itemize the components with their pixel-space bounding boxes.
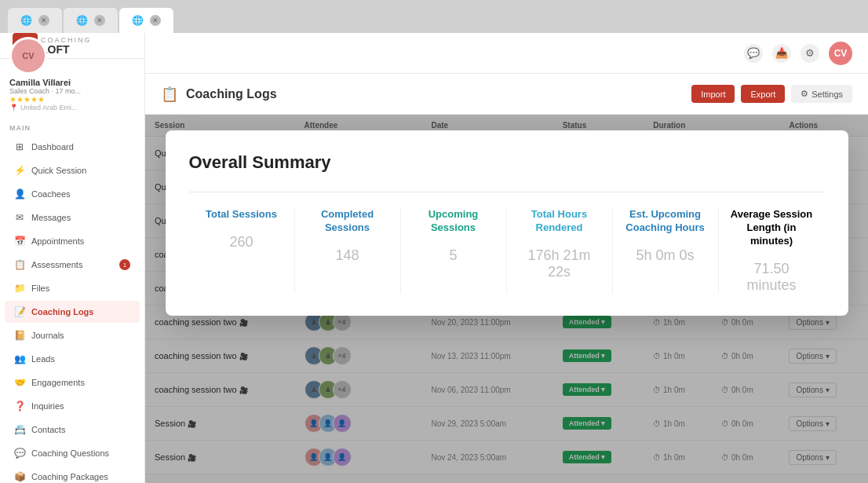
sidebar-item-coaching-logs[interactable]: 📝 Coaching Logs [5,301,140,323]
summary-value: 5 [410,247,497,264]
sidebar-item-assessments[interactable]: 📋 Assessments 1 [5,254,140,276]
messages-icon: ✉ [14,212,25,223]
user-avatar[interactable]: CV [829,42,852,65]
summary-item: Completed Sessions 148 [295,208,401,294]
summary-label: Total Sessions [199,208,285,221]
coaching-logs-icon: 📝 [14,306,25,317]
browser-tabs: 🌐 ✕ 🌐 ✕ 🌐 ✕ [0,0,868,33]
coaching-questions-icon: 💬 [14,448,25,459]
summary-value: 5h 0m 0s [622,247,709,264]
location-icon: 📍 [9,104,18,112]
sidebar-item-dashboard[interactable]: ⊞ Dashboard [5,136,140,158]
settings-button[interactable]: ⚙ Settings [791,85,852,103]
assessments-badge: 1 [119,259,130,270]
profile-stars: ★★★★★ [9,95,135,104]
tab-close-1[interactable]: ✕ [38,15,49,26]
page-title-icon: 📋 [161,86,178,103]
summary-label: Upcoming Sessions [410,208,497,235]
logo-name: LOFT [41,44,92,55]
assessments-icon: 📋 [14,259,25,270]
summary-item: Upcoming Sessions 5 [401,208,507,294]
profile-role: Sales Coach · 17 mo... [9,87,135,95]
summary-value: 260 [199,234,285,251]
page-actions: Import Export ⚙ Settings [691,85,852,103]
sidebar-item-quick-session[interactable]: ⚡ Quick Session [5,159,140,181]
profile-location: 📍 United Arab Emi... [9,104,135,112]
export-button[interactable]: Export [741,85,785,103]
settings-icon[interactable]: ⚙ [801,44,819,63]
sidebar-item-coaching-packages[interactable]: 📦 Coaching Packages [5,466,140,483]
browser-tab-1[interactable]: 🌐 ✕ [8,8,62,33]
tab-close-3[interactable]: ✕ [150,15,161,26]
sidebar-item-engagements[interactable]: 🤝 Engagements [5,371,140,393]
coaching-packages-icon: 📦 [14,471,25,482]
summary-value: 148 [305,247,391,264]
appointments-icon: 📅 [14,236,25,247]
summary-item: Average Session Length (in minutes) 71.5… [719,208,825,294]
tab-favicon-2: 🌐 [76,15,88,26]
coachees-icon: 👤 [14,188,25,199]
page-title: Coaching Logs [186,87,277,101]
import-button[interactable]: Import [691,85,735,103]
notifications-icon[interactable]: 💬 [744,44,763,63]
journals-icon: 📔 [14,330,25,341]
content-area: Session Attendee Date Status Duration Ac… [145,115,868,483]
sidebar-item-journals[interactable]: 📔 Journals [5,324,140,346]
sidebar-item-contacts[interactable]: 📇 Contacts [5,419,140,441]
profile-name: Camilla Villarei [9,78,135,87]
engagements-icon: 🤝 [14,377,25,388]
dashboard-icon: ⊞ [14,141,25,152]
contacts-icon: 📇 [14,424,25,435]
summary-label: Average Session Length (in minutes) [728,208,815,248]
tab-favicon-3: 🌐 [132,15,144,26]
sidebar-item-coachees[interactable]: 👤 Coachees [5,183,140,205]
sidebar-item-appointments[interactable]: 📅 Appointments [5,230,140,252]
summary-value: 71.50 minutes [728,261,815,294]
tab-favicon: 🌐 [20,15,32,26]
download-icon[interactable]: 📥 [772,44,791,63]
summary-label: Total Hours Rendered [516,208,603,235]
summary-label: Completed Sessions [305,208,391,235]
top-header: 💬 📥 ⚙ CV [145,33,868,74]
browser-tab-3[interactable]: 🌐 ✕ [119,8,173,33]
sidebar: C COACHING LOFT CV Camilla Villarei Sale… [0,33,145,483]
summary-item: Total Sessions 260 [189,208,295,294]
summary-modal: Overall Summary Total Sessions 260 Compl… [166,130,848,316]
summary-item: Est. Upcoming Coaching Hours 5h 0m 0s [613,208,719,294]
quick-session-icon: ⚡ [14,165,25,176]
summary-grid: Total Sessions 260 Completed Sessions 14… [189,192,825,294]
modal-title: Overall Summary [189,152,825,173]
summary-value: 176h 21m 22s [516,247,603,280]
sidebar-item-inquiries[interactable]: ❓ Inquiries [5,395,140,417]
app-container: C COACHING LOFT CV Camilla Villarei Sale… [0,33,868,483]
sidebar-item-files[interactable]: 📁 Files [5,277,140,299]
summary-label: Est. Upcoming Coaching Hours [622,208,709,235]
page-header: 📋 Coaching Logs Import Export ⚙ Settings [145,74,868,115]
sidebar-section-title: MAIN [0,118,144,135]
settings-gear-icon: ⚙ [801,89,808,99]
main-content: 💬 📥 ⚙ CV 📋 Coaching Logs Import Export ⚙… [145,33,868,483]
modal-overlay: Overall Summary Total Sessions 260 Compl… [145,115,868,483]
sidebar-item-leads[interactable]: 👥 Leads [5,348,140,370]
inquiries-icon: ❓ [14,401,25,412]
tab-close-2[interactable]: ✕ [94,15,105,26]
browser-tab-2[interactable]: 🌐 ✕ [64,8,118,33]
logo-text-block: COACHING LOFT [41,36,92,55]
summary-item: Total Hours Rendered 176h 21m 22s [507,208,613,294]
sidebar-item-messages[interactable]: ✉ Messages [5,207,140,229]
files-icon: 📁 [14,283,25,294]
leads-icon: 👥 [14,353,25,364]
avatar: CV [9,37,47,75]
sidebar-item-coaching-questions[interactable]: 💬 Coaching Questions [5,442,140,464]
